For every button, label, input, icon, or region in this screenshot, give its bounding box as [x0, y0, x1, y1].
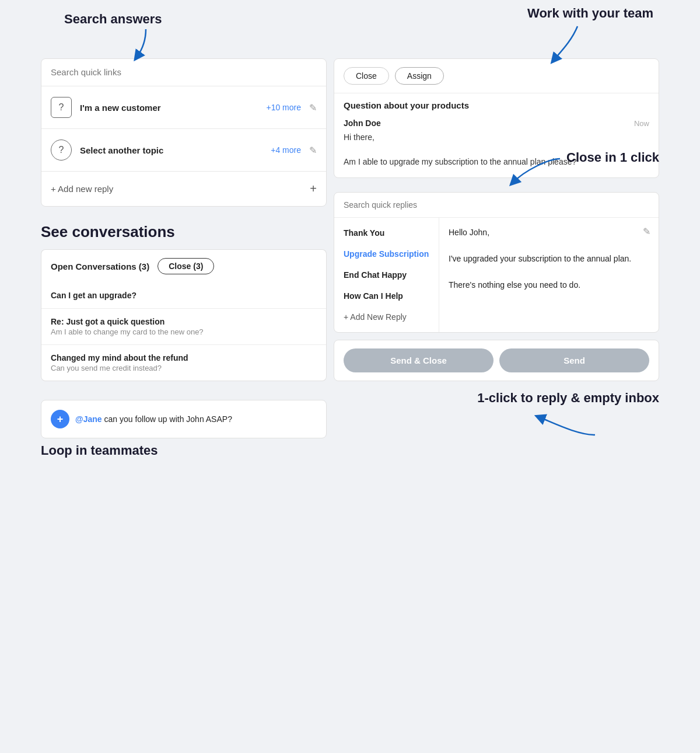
quick-link-label-new-customer: I'm a new customer — [80, 103, 253, 113]
qr-item-how-can-i-help[interactable]: How Can I Help — [334, 285, 439, 306]
conversations-section: Open Conversations (3) Close (3) Can I g… — [41, 249, 327, 381]
mention-name[interactable]: @Jane — [75, 414, 102, 424]
conv-item-title-refund: Changed my mind about the refund — [51, 353, 317, 362]
send-and-close-button[interactable]: Send & Close — [344, 348, 494, 372]
mention-plus-icon[interactable]: + — [51, 410, 69, 428]
edit-icon-new-customer[interactable]: ✎ — [309, 102, 317, 113]
search-bar — [41, 59, 326, 86]
conversations-header: Open Conversations (3) Close (3) — [41, 249, 327, 283]
conv-item-refund[interactable]: Changed my mind about the refund Can you… — [41, 345, 326, 381]
conv-item-quick-question[interactable]: Re: Just got a quick question Am I able … — [41, 309, 326, 345]
send-button[interactable]: Send — [499, 348, 649, 372]
conv-item-subtitle-quick-question: Am I able to change my card to the new o… — [51, 327, 317, 336]
select-topic-icon: ? — [51, 140, 72, 161]
action-buttons: Send & Close Send — [334, 340, 659, 381]
quick-replies-search — [334, 193, 659, 218]
edit-icon-select-topic[interactable]: ✎ — [309, 145, 317, 156]
close-count-button[interactable]: Close (3) — [158, 258, 214, 274]
quick-replies-search-input[interactable] — [344, 200, 649, 210]
quick-link-more-new-customer[interactable]: +10 more — [266, 103, 301, 112]
message-block: John Doe Now Hi there,Am I able to upgra… — [334, 113, 659, 177]
right-panel: Close Assign Question about your product… — [334, 58, 659, 458]
qr-item-upgrade-subscription[interactable]: Upgrade Subscription — [334, 243, 439, 264]
quick-replies-body: Thank You Upgrade Subscription End Chat … — [334, 218, 659, 332]
annotation-search-answers: Search answers — [64, 12, 162, 27]
mention-text: @Jane can you follow up with John ASAP? — [75, 414, 232, 424]
mention-rest: can you follow up with John ASAP? — [102, 414, 232, 424]
conv-item-title-upgrade: Can I get an upgrade? — [51, 291, 317, 300]
quick-link-item-select-topic[interactable]: ? Select another topic +4 more ✎ — [41, 129, 326, 172]
annotation-work-team: Work with your team — [527, 6, 653, 21]
close-conversation-button[interactable]: Close — [344, 67, 389, 85]
annotation-close-in-1-click: Close in 1 click — [566, 150, 659, 165]
quick-replies-list: Thank You Upgrade Subscription End Chat … — [334, 218, 439, 332]
quick-link-item-new-customer[interactable]: ? I'm a new customer +10 more ✎ — [41, 86, 326, 129]
conversations-list: Can I get an upgrade? Re: Just got a qui… — [41, 283, 327, 381]
add-reply-plus-icon[interactable]: + — [310, 182, 317, 196]
new-customer-icon: ? — [51, 97, 72, 118]
assign-button[interactable]: Assign — [395, 67, 444, 85]
annotation-see-conversations: See conversations — [41, 223, 327, 241]
qr-item-add-new-reply[interactable]: + Add New Reply — [334, 306, 439, 327]
edit-preview-icon[interactable]: ✎ — [643, 226, 650, 237]
quick-link-label-select-topic: Select another topic — [80, 145, 258, 155]
conv-item-title-quick-question: Re: Just got a quick question — [51, 317, 317, 326]
open-conversations-label: Open Conversations (3) — [51, 262, 149, 271]
conv-item-upgrade[interactable]: Can I get an upgrade? — [41, 283, 326, 309]
message-time: Now — [634, 119, 649, 128]
add-new-reply-row[interactable]: + Add new reply + — [41, 172, 326, 206]
conv-item-subtitle-refund: Can you send me credit instead? — [51, 364, 317, 372]
quick-reply-preview-text: Hello John, I've upgraded your subscript… — [449, 226, 649, 291]
teammates-section: + @Jane can you follow up with John ASAP… — [41, 400, 327, 438]
preview-greeting: Hello John, — [449, 228, 489, 237]
conversation-subject: Question about your products — [334, 93, 659, 113]
left-panel: ? I'm a new customer +10 more ✎ ? Select… — [41, 58, 327, 207]
conversation-toolbar: Close Assign — [334, 59, 659, 93]
message-meta: John Doe Now — [344, 118, 649, 128]
search-quick-links-input[interactable] — [51, 67, 317, 77]
message-sender: John Doe — [344, 118, 381, 128]
quick-link-more-select-topic[interactable]: +4 more — [271, 145, 301, 155]
quick-reply-preview: Hello John, I've upgraded your subscript… — [439, 218, 659, 332]
qr-item-end-chat-happy[interactable]: End Chat Happy — [334, 264, 439, 285]
quick-replies-panel: Thank You Upgrade Subscription End Chat … — [334, 192, 659, 333]
add-reply-label: + Add new reply — [51, 184, 113, 194]
annotation-loop-teammates: Loop in teammates — [41, 443, 327, 458]
annotation-1click-reply: 1-click to reply & empty inbox — [334, 391, 659, 406]
qr-item-thank-you[interactable]: Thank You — [334, 222, 439, 243]
